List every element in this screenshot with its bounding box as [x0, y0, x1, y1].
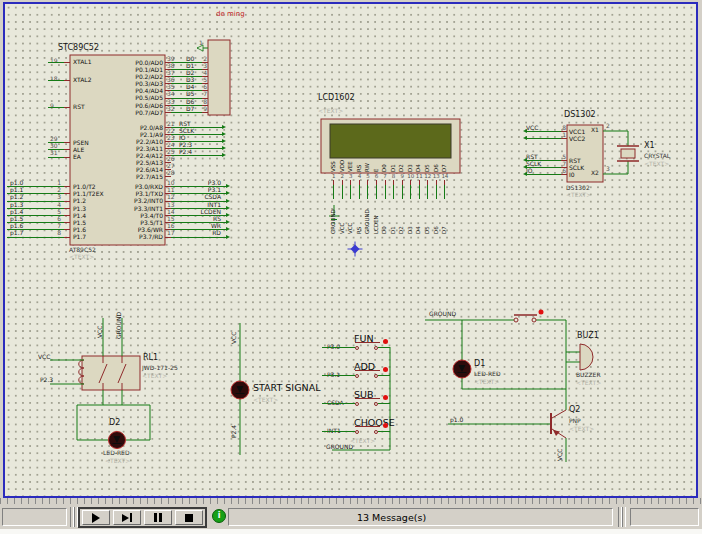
pause-icon	[154, 513, 163, 522]
button-contact-icon	[355, 370, 380, 372]
wire	[378, 375, 390, 376]
pin-row[interactable]: p1.7 8	[5, 233, 70, 240]
led-d1-symbol[interactable]	[453, 360, 471, 378]
transistor-vcc-net: VCC	[557, 447, 563, 461]
pin-number: 33	[167, 98, 175, 105]
mcu-p2-pin-rows: 21 RST 22 SCLK 23 IO	[165, 124, 227, 180]
wire	[367, 185, 368, 199]
lcd-pin-column[interactable]: D6 13 D6	[432, 148, 441, 234]
mcu-text-placeholder: <TEXT>	[69, 254, 94, 260]
push-button[interactable]: SUB CSDA	[318, 389, 390, 417]
lcd-pin-column[interactable]: D2 9 D2	[398, 148, 407, 234]
led-start-symbol[interactable]	[231, 381, 249, 399]
alarm-wires[interactable]	[425, 320, 580, 462]
lcd-pin-column[interactable]: RS 4 RS	[355, 148, 364, 234]
lcd-pin-column[interactable]: E 6 LCDEN	[372, 148, 381, 234]
rtc-x1-pin-number: 2	[606, 123, 610, 129]
net-label: D2	[399, 200, 405, 234]
pin-number: 4	[358, 172, 362, 180]
wire	[322, 403, 355, 404]
pin-name: D4	[416, 148, 422, 172]
net-label: P3.1	[208, 186, 221, 193]
transistor-q2-symbol[interactable]	[551, 410, 566, 438]
pin-number: 27	[167, 162, 175, 169]
pin-number: 1	[57, 179, 61, 186]
wire	[427, 185, 428, 199]
push-button[interactable]: FUN P3.0	[318, 333, 390, 361]
pin-row[interactable]: 19	[44, 57, 70, 75]
lcd-text-placeholder: <TEXT>	[318, 108, 343, 114]
lcd-pin-column[interactable]: VEE 3 VCC	[347, 148, 356, 234]
mcu-p0-pin-names: P0.0/AD0P0.1/AD1P0.2/AD2P0.3/AD3P0.4/AD4…	[72, 59, 163, 117]
lcd-pin-column[interactable]: RW 5 GROUND	[364, 148, 373, 234]
pin-row[interactable]: 9	[44, 102, 70, 120]
play-button[interactable]	[82, 510, 110, 525]
pause-button[interactable]	[144, 510, 172, 525]
mcu-p0-pin-rows: 39 D0 2 38 D1 3 37	[165, 59, 208, 117]
lcd-title: LCD1602	[318, 94, 355, 102]
relay-symbol[interactable]	[79, 356, 140, 390]
pin-number: 16	[167, 222, 175, 229]
pin-row[interactable]: 31	[44, 153, 70, 160]
net-label: P2.4	[179, 148, 192, 155]
pin-row[interactable]: 18	[44, 75, 70, 93]
buzzer-ref: BUZ1	[577, 332, 599, 340]
led-d2-symbol[interactable]	[109, 432, 126, 449]
pin-number: 3	[349, 172, 353, 180]
lcd-pin-column[interactable]: VSS 1 GROUND	[330, 148, 339, 234]
stop-button[interactable]	[175, 510, 203, 525]
pin-stub	[64, 107, 70, 108]
simulation-toolbar	[78, 507, 207, 528]
pin-name: P3.7/RD	[72, 233, 163, 240]
pin-number: 15	[167, 215, 175, 222]
keys-ground-label: GROUND	[326, 444, 353, 450]
pin-name: P3.0/RXD	[72, 183, 163, 190]
button-contact-icon	[355, 426, 380, 428]
lcd-pin-column[interactable]: D3 10 D3	[406, 148, 415, 234]
pin-row[interactable]: 32 D7 9	[165, 109, 208, 116]
terminal-arrow-icon	[226, 191, 230, 195]
keys-text-placeholder: <TEXT>	[350, 438, 375, 444]
push-button[interactable]: ADD P3.1	[318, 361, 390, 389]
pin-row[interactable]: IO 6	[522, 171, 567, 178]
pin-number: 34	[167, 90, 175, 97]
lcd-pin-column[interactable]: D7 14 D7	[441, 148, 450, 234]
button-terminal-icon	[355, 374, 359, 378]
pin-number: 7	[57, 222, 61, 229]
wire	[410, 185, 411, 199]
lcd-pin-column[interactable]: VDD 2 VCC	[338, 148, 347, 234]
pin-number: 8	[57, 229, 61, 236]
pin-number: 6	[375, 172, 379, 180]
pin-row[interactable]: 17 RD	[165, 233, 231, 240]
pin-number: 5	[57, 208, 61, 215]
pin-stub	[165, 237, 171, 238]
schematic-canvas[interactable]: STC89C52 AT89C52 <TEXT> 19 18 9	[3, 2, 698, 498]
lcd-pin-column[interactable]: D0 7 D0	[381, 148, 390, 234]
lcd-pin-column[interactable]: D5 12 D5	[424, 148, 433, 234]
net-label: p1.5	[10, 215, 23, 222]
button-indicator-icon	[383, 367, 388, 372]
crystal-ref: X1	[644, 142, 655, 150]
pin-number: 7	[383, 172, 387, 180]
terminal-arrow-icon	[222, 153, 226, 157]
net-label: WR	[211, 222, 221, 229]
pin-row[interactable]: VCC 8	[522, 128, 567, 135]
lcd-pin-column[interactable]: D1 8 D1	[389, 148, 398, 234]
button-indicator-icon	[383, 423, 388, 428]
lcd-pin-column[interactable]: D4 11 D4	[415, 148, 424, 234]
connector-pin-number: 3	[203, 62, 207, 69]
pin-row[interactable]: 1	[522, 135, 567, 142]
wire	[378, 347, 390, 348]
net-label: p1.6	[10, 222, 23, 229]
message-info-icon[interactable]	[212, 509, 226, 523]
pin-number: 1	[562, 131, 566, 138]
message-panel[interactable]: 13 Message(s)	[228, 508, 613, 526]
buzzer-symbol[interactable]	[580, 344, 593, 370]
pin-name: P0.1/AD1	[72, 66, 163, 73]
step-button[interactable]	[113, 510, 141, 525]
pin-name: P2.0/A8	[72, 124, 163, 131]
pin-number: 39	[167, 55, 175, 62]
pin-name: P0.2/AD2	[72, 73, 163, 80]
wire	[527, 174, 561, 175]
start-bottom-net: P2.4	[231, 420, 237, 438]
